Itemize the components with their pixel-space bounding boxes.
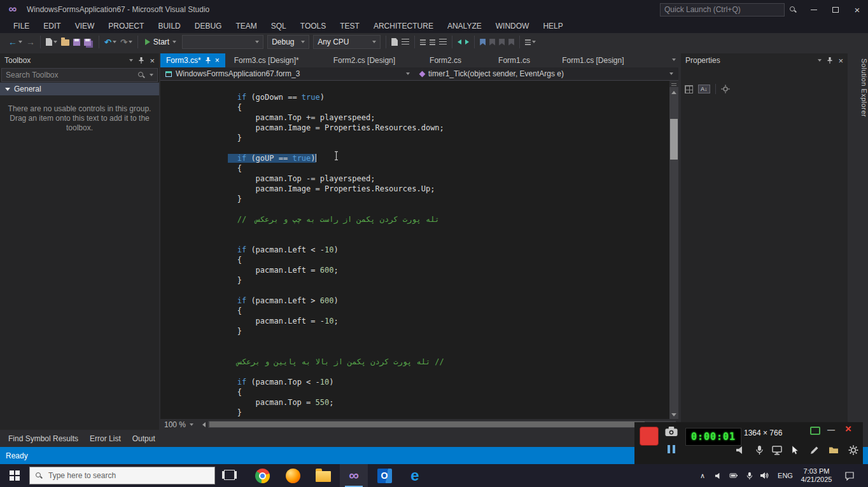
code-line[interactable]: pacman.Image = Properties.Resources.down…: [182, 123, 669, 133]
clear-bookmarks-button[interactable]: [507, 35, 516, 49]
window-position-icon[interactable]: [818, 59, 822, 62]
solution-platform-combo[interactable]: Any CPU: [313, 35, 381, 49]
toolbox-section-general[interactable]: General: [0, 83, 159, 95]
code-line[interactable]: pacman.Top += playerspeed;: [182, 113, 669, 123]
code-line[interactable]: pacman.Left = -10;: [182, 316, 669, 326]
menu-help[interactable]: HELP: [536, 19, 570, 33]
next-bookmark-button[interactable]: [497, 35, 507, 49]
menu-analyze[interactable]: ANALYZE: [440, 19, 489, 33]
draw-pencil-icon[interactable]: [809, 445, 820, 455]
pin-icon[interactable]: [139, 57, 144, 64]
menu-team[interactable]: TEAM: [228, 19, 263, 33]
scrollbar-thumb[interactable]: [209, 422, 645, 427]
speaker-icon[interactable]: [735, 445, 746, 455]
screenshot-camera-button[interactable]: [664, 426, 678, 437]
code-line[interactable]: pacman.Top -= playerspeed;: [182, 174, 669, 184]
debug-target-combo[interactable]: [182, 35, 263, 49]
menu-architecture[interactable]: ARCHITECTURE: [367, 19, 440, 33]
code-line[interactable]: }: [182, 133, 669, 143]
pin-icon[interactable]: [206, 57, 211, 64]
code-line[interactable]: pacman.Top = 550;: [182, 397, 669, 408]
previous-bookmark-button[interactable]: [487, 35, 497, 49]
undo-button[interactable]: ↶: [102, 35, 118, 49]
new-file-button[interactable]: [44, 35, 59, 49]
cursor-icon[interactable]: [790, 445, 801, 455]
menu-sql[interactable]: SQL: [264, 19, 293, 33]
stop-record-button[interactable]: [640, 427, 659, 446]
code-line[interactable]: }: [182, 275, 669, 285]
code-line[interactable]: [182, 285, 669, 296]
toolbox-search-input[interactable]: Search Toolbox: [1, 68, 158, 82]
increase-indent-button[interactable]: [463, 35, 471, 49]
code-line[interactable]: if (pacman.Left > 600): [182, 296, 669, 306]
recorder-close-button[interactable]: ×: [845, 423, 851, 436]
clock[interactable]: 7:03 PM 4/21/2025: [795, 464, 837, 487]
solution-configuration-combo[interactable]: Debug: [267, 35, 309, 49]
types-dropdown[interactable]: WindowsFormsApplication67.form_3: [160, 69, 415, 78]
save-all-button[interactable]: [82, 35, 95, 49]
settings-gear-icon[interactable]: [848, 445, 859, 455]
find-in-files-button[interactable]: [389, 35, 400, 49]
code-line[interactable]: {: [182, 387, 669, 397]
firefox-button[interactable]: [279, 464, 307, 487]
save-button[interactable]: [71, 35, 82, 49]
code-line[interactable]: [182, 367, 669, 377]
pin-icon[interactable]: [827, 57, 832, 64]
members-dropdown[interactable]: timer1_Tick(object sender, EventArgs e): [415, 69, 678, 78]
member-list-button[interactable]: [400, 35, 411, 49]
splitter-grip[interactable]: [669, 81, 678, 88]
scroll-down-icon[interactable]: [671, 413, 676, 416]
edge-button[interactable]: e: [401, 464, 429, 487]
redo-button[interactable]: ↷: [118, 35, 134, 49]
menu-view[interactable]: VIEW: [68, 19, 102, 33]
categorized-icon[interactable]: [685, 85, 693, 93]
alphabetical-icon[interactable]: A↓: [698, 85, 710, 93]
code-line[interactable]: {: [182, 102, 669, 113]
menu-debug[interactable]: DEBUG: [188, 19, 229, 33]
code-line[interactable]: }: [182, 194, 669, 204]
document-list-icon[interactable]: [672, 58, 676, 61]
tab-error-list[interactable]: Error List: [84, 434, 127, 443]
code-line[interactable]: if (pacman.Left < -10): [182, 245, 669, 255]
close-icon[interactable]: ×: [215, 53, 220, 67]
navigate-forward-button[interactable]: →: [24, 35, 37, 49]
language-indicator[interactable]: ENG: [774, 464, 797, 487]
menu-build[interactable]: BUILD: [151, 19, 187, 33]
code-line[interactable]: [182, 235, 669, 245]
menu-edit[interactable]: EDIT: [36, 19, 67, 33]
code-line[interactable]: {: [182, 163, 669, 174]
outlook-button[interactable]: O: [370, 464, 398, 487]
parameter-info-button[interactable]: [418, 35, 428, 49]
word-completion-button[interactable]: [437, 35, 449, 49]
region-select-button[interactable]: [810, 427, 820, 435]
zoom-control[interactable]: 100 %: [160, 420, 200, 429]
taskbar-search-input[interactable]: Type here to search: [29, 467, 215, 484]
pause-button[interactable]: [668, 445, 675, 453]
code-line[interactable]: // تله پورت کردن پکمن از راست به چپ و بر…: [182, 214, 669, 224]
menu-file[interactable]: FILE: [6, 19, 36, 33]
microphone-icon[interactable]: [753, 445, 765, 455]
code-line[interactable]: pacman.Image = Properties.Resources.Up;: [182, 184, 669, 194]
task-view-button[interactable]: [224, 470, 235, 480]
open-file-button[interactable]: [59, 35, 71, 49]
tab-form2-design[interactable]: Form2.cs [Design]: [325, 53, 404, 67]
toggle-bookmark-button[interactable]: [478, 35, 487, 49]
quick-launch-input[interactable]: Quick Launch (Ctrl+Q): [660, 3, 785, 17]
start-debug-button[interactable]: Start: [141, 35, 180, 49]
file-explorer-button[interactable]: [309, 464, 337, 487]
tab-form3-cs[interactable]: Form3.cs* ×: [160, 53, 225, 67]
code-line[interactable]: }: [182, 408, 669, 418]
code-line[interactable]: }: [182, 326, 669, 336]
tab-form2-cs[interactable]: Form2.cs: [421, 53, 470, 67]
action-center-button[interactable]: [840, 464, 859, 487]
code-editor[interactable]: if (goDown == true) { pacman.Top += play…: [160, 81, 669, 419]
tab-form1-design[interactable]: Form1.cs [Design]: [553, 53, 633, 67]
code-line[interactable]: [182, 224, 669, 235]
vertical-scrollbar[interactable]: [669, 81, 678, 419]
maximize-button[interactable]: [825, 1, 846, 18]
code-line[interactable]: if (goUP == true): [182, 153, 669, 163]
close-button[interactable]: ×: [846, 1, 868, 18]
close-icon[interactable]: ×: [150, 56, 155, 65]
code-line[interactable]: {: [182, 306, 669, 316]
menu-test[interactable]: TEST: [333, 19, 367, 33]
